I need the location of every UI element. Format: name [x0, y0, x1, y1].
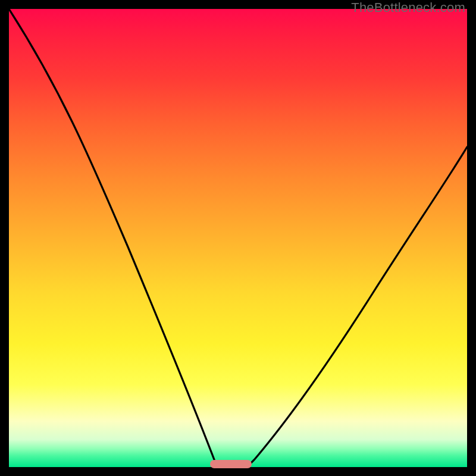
watermark-text: TheBottleneck.com [351, 0, 465, 15]
left-curve [9, 9, 220, 467]
curve-layer [9, 9, 467, 467]
bottleneck-chart: TheBottleneck.com [0, 0, 476, 476]
right-curve [247, 147, 467, 467]
minima-marker [210, 460, 252, 468]
plot-area [9, 9, 467, 467]
